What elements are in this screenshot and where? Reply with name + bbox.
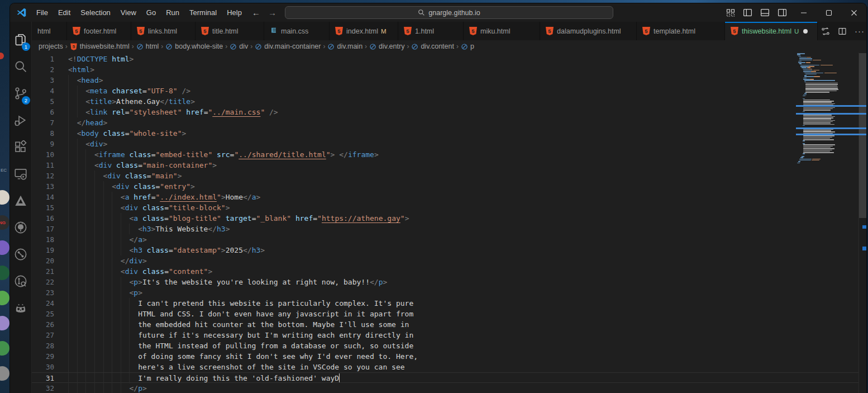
line-number[interactable]: 7 xyxy=(32,117,54,128)
line-number[interactable]: 24 xyxy=(32,298,54,309)
line-number[interactable]: 22 xyxy=(32,277,54,287)
line-number[interactable]: 2 xyxy=(32,64,54,75)
unsaved-dot-icon[interactable] xyxy=(803,29,808,34)
tab-footer-html[interactable]: 5footer.html xyxy=(67,22,131,40)
remote-explorer-icon[interactable] xyxy=(10,160,31,187)
line-number[interactable]: 28 xyxy=(32,340,54,351)
tab-thiswebsite-html[interactable]: 5thiswebsite.htmlU xyxy=(725,22,818,40)
menu-file[interactable]: File xyxy=(31,8,53,17)
line-number[interactable]: 20 xyxy=(32,255,54,266)
explorer-icon[interactable]: 1 xyxy=(10,26,31,53)
menu-terminal[interactable]: Terminal xyxy=(184,8,222,17)
tab-1-html[interactable]: 51.html xyxy=(398,22,464,40)
run-and-debug-icon[interactable] xyxy=(10,107,31,134)
tab-template-html[interactable]: 5template.html xyxy=(637,22,725,40)
code-line-17[interactable]: 17<h3>This Website</h3> xyxy=(32,224,859,234)
triangle-a-extension-icon[interactable] xyxy=(10,187,31,214)
line-number[interactable]: 9 xyxy=(32,139,54,149)
code-line-15[interactable]: 15<div class="title-block"> xyxy=(32,202,859,213)
line-number[interactable]: 29 xyxy=(32,351,54,362)
code-line-2[interactable]: 2<html> xyxy=(32,64,859,75)
code-line-25[interactable]: 25HTML and CSS. I don't even have any ja… xyxy=(32,309,859,319)
line-number[interactable]: 25 xyxy=(32,309,54,319)
code-line-20[interactable]: 20</div> xyxy=(32,255,859,266)
extensions-icon[interactable] xyxy=(10,134,31,160)
line-number[interactable]: 21 xyxy=(32,266,54,277)
code-line-32[interactable]: 32</p> xyxy=(32,383,859,393)
breadcrumb-item-div-entry[interactable]: div.entry xyxy=(369,42,404,50)
line-number[interactable]: 14 xyxy=(32,192,54,202)
search-icon[interactable] xyxy=(10,53,31,80)
line-number[interactable]: 32 xyxy=(32,383,54,393)
line-number[interactable]: 4 xyxy=(32,86,54,96)
split-editor-icon[interactable] xyxy=(834,27,850,36)
code-line-28[interactable]: 28the HTML instead of pulling from a dat… xyxy=(32,340,859,351)
code-line-6[interactable]: 6<link rel="stylesheet" href="../main.cs… xyxy=(32,107,859,117)
line-number[interactable]: 12 xyxy=(32,171,54,181)
godot-tools-icon[interactable] xyxy=(10,295,31,321)
code-line-4[interactable]: 4<meta charset="UTF-8" /> xyxy=(32,86,859,96)
code-line-19[interactable]: 19<h3 class="datestamp">2025</h3> xyxy=(32,245,859,255)
breadcrumb-item-p[interactable]: p xyxy=(461,42,474,50)
menu-help[interactable]: Help xyxy=(222,8,247,17)
line-number[interactable]: 10 xyxy=(32,149,54,160)
open-changes-icon[interactable] xyxy=(818,27,833,36)
menu-go[interactable]: Go xyxy=(141,8,161,17)
code-line-29[interactable]: 29of doing some fancy shit I don't see w… xyxy=(32,351,859,362)
scrollbar-slider[interactable] xyxy=(859,53,866,218)
menu-view[interactable]: View xyxy=(116,8,141,17)
line-number[interactable]: 19 xyxy=(32,245,54,255)
more-actions-icon[interactable]: ··· xyxy=(851,26,866,36)
line-number[interactable]: 30 xyxy=(32,362,54,372)
tab-miku-html[interactable]: 5miku.html xyxy=(464,22,540,40)
minimize-button[interactable] xyxy=(791,3,816,22)
breadcrumb-item-projects[interactable]: projects xyxy=(39,42,63,50)
code-line-22[interactable]: 22<p>It's the website you're looking at … xyxy=(32,277,859,287)
maximize-button[interactable] xyxy=(816,3,841,22)
line-number[interactable]: 27 xyxy=(32,330,54,340)
github-icon[interactable] xyxy=(10,214,31,241)
code-line-18[interactable]: 18</a> xyxy=(32,234,859,245)
code-line-3[interactable]: 3<head> xyxy=(32,75,859,86)
breadcrumb-item-div-main-container[interactable]: div.main-container xyxy=(255,42,321,50)
code-line-1[interactable]: 1<!DOCTYPE html> xyxy=(32,54,859,64)
line-number[interactable]: 13 xyxy=(32,181,54,192)
code-line-14[interactable]: 14<a href="../index.html">Home</a> xyxy=(32,192,859,202)
line-number[interactable]: 1 xyxy=(32,54,54,64)
breadcrumb-item-body-whole-site[interactable]: body.whole-site xyxy=(165,42,223,50)
code-line-27[interactable]: 27future if it's necessary but I'm writi… xyxy=(32,330,859,340)
minimap[interactable] xyxy=(796,53,859,221)
tab-index-html[interactable]: 5index.htmlM xyxy=(330,22,398,40)
line-number[interactable]: 31 xyxy=(32,373,54,382)
line-number[interactable]: 18 xyxy=(32,234,54,245)
code-line-12[interactable]: 12<div class="main"> xyxy=(32,171,859,181)
breadcrumb-item-html[interactable]: html xyxy=(136,42,159,50)
line-number[interactable]: 15 xyxy=(32,202,54,213)
nav-forward-button[interactable]: → xyxy=(268,8,276,17)
code-line-9[interactable]: 9<div> xyxy=(32,139,859,149)
close-button[interactable] xyxy=(841,3,866,22)
code-line-31[interactable]: 31I'm really doing this the 'old-fashion… xyxy=(32,372,859,383)
code-line-10[interactable]: 10<iframe class="embed-title" src="../sh… xyxy=(32,149,859,160)
customize-layout-icon[interactable] xyxy=(722,8,739,17)
code-line-11[interactable]: 11<div class="main-container"> xyxy=(32,160,859,171)
code-line-23[interactable]: 23<p> xyxy=(32,287,859,298)
line-number[interactable]: 5 xyxy=(32,96,54,107)
breadcrumb-item-div[interactable]: div xyxy=(230,42,248,50)
line-number[interactable]: 23 xyxy=(32,287,54,298)
commit-graph-icon[interactable] xyxy=(10,241,31,268)
breadcrumb-item-div-main[interactable]: div.main xyxy=(327,42,363,50)
code-line-16[interactable]: 16<a class="blog-title" target="_blank" … xyxy=(32,213,859,224)
line-number[interactable]: 6 xyxy=(32,107,54,117)
code-line-8[interactable]: 8<body class="whole-site"> xyxy=(32,128,859,139)
code-line-13[interactable]: 13<div class="entry"> xyxy=(32,181,859,192)
line-number[interactable]: 8 xyxy=(32,128,54,139)
code-line-7[interactable]: 7</head> xyxy=(32,117,859,128)
menu-edit[interactable]: Edit xyxy=(53,8,75,17)
menu-selection[interactable]: Selection xyxy=(75,8,115,17)
breadcrumb-item-thiswebsite-html[interactable]: 5thiswebsite.html xyxy=(70,42,130,51)
tab-links-html[interactable]: 5links.html xyxy=(131,22,195,40)
command-center-search[interactable]: gnargle.github.io xyxy=(285,6,613,19)
breadcrumb-item-div-content[interactable]: div.content xyxy=(411,42,454,50)
gitlens-icon[interactable] xyxy=(10,268,31,295)
